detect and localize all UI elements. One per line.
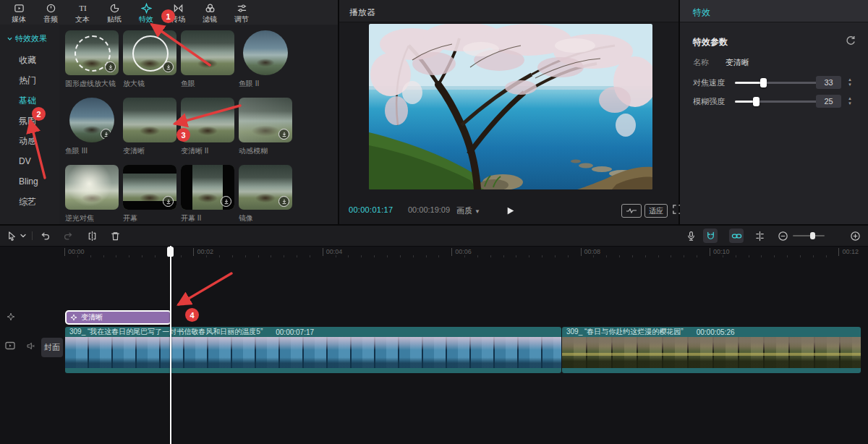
effect-label: 变清晰 II [181,146,234,156]
quality-dropdown[interactable]: 画质▼ [456,205,480,216]
ruler-minor-tick [413,255,414,257]
auto-snap-toggle[interactable] [703,229,718,243]
effect-item-7[interactable]: 变清晰 II [181,98,234,156]
reset-button[interactable] [845,35,856,46]
effect-item-1[interactable]: 圆形虚线放大镜 [65,30,119,89]
microphone-icon [686,231,697,242]
effect-item-8[interactable]: 动感模糊 [239,98,292,156]
effect-label: 鱼眼 [181,79,234,89]
timeline-zoom-slider[interactable] [793,235,825,236]
ruler-minor-tick [348,255,349,257]
delete-button[interactable] [108,229,122,243]
effect-thumbnail[interactable] [123,98,176,142]
focus-speed-stepper[interactable]: ▲▼ [845,75,855,90]
effect-item-9[interactable]: 逆光对焦 [65,165,119,223]
playhead-handle[interactable] [167,247,174,257]
download-icon [163,61,174,72]
sidebar-item-dv[interactable]: DV [0,151,59,171]
effect-thumbnail[interactable] [181,30,234,75]
play-button[interactable] [503,203,517,218]
linkage-toggle[interactable] [729,229,744,243]
preview-quality-icon[interactable] [621,204,642,218]
sidebar-item-variety[interactable]: 综艺 [0,192,59,212]
sidebar-item-basic[interactable]: 基础 [0,90,59,111]
effect-item-10[interactable]: 开幕 [123,165,176,223]
video-track-icon[interactable] [4,340,16,351]
tab-sticker[interactable]: 贴纸 [98,0,130,25]
undo-button[interactable] [38,229,52,243]
total-duration: 00:00:19:09 [408,205,450,214]
video-clip-1[interactable]: 309_ “我在这春日的尾巴写了一封书信敬春风和日丽的温度5” 00:00:07… [65,327,561,373]
effect-thumbnail[interactable] [243,30,288,75]
zoom-out-button[interactable] [775,229,790,243]
video-preview[interactable] [369,24,652,189]
chevron-down-icon [20,233,26,239]
effect-item-5[interactable]: 鱼眼 III [65,98,119,156]
sidebar-item-favorites[interactable]: 收藏 [0,50,59,70]
redo-button[interactable] [61,229,75,243]
player-controls: 00:00:01:17 00:00:19:09 画质▼ 适应 [339,202,678,218]
focus-speed-value[interactable]: 33 [816,76,841,89]
effect-thumbnail[interactable] [123,165,176,210]
tab-adjust[interactable]: 调节 [226,0,258,25]
ruler-tick-label: 00:04 [323,248,343,256]
timeline-ruler[interactable]: 00:0000:0200:0400:0600:0800:1000:12 [0,246,868,259]
effect-thumbnail[interactable] [123,30,176,75]
effect-thumbnail[interactable] [69,98,114,142]
sidebar-item-bling[interactable]: Bling [0,171,59,192]
effect-clip-selected[interactable]: 变清晰 [65,310,171,325]
tab-audio[interactable]: 音频 [35,0,67,25]
ruler-minor-tick [336,255,336,257]
record-audio-button[interactable] [684,229,698,243]
video-clip-2[interactable]: 309_ “春日与你赴约这烂漫的樱花园” 00:00:05:26 [562,327,861,373]
focus-speed-slider[interactable] [735,82,820,84]
effect-clip-label: 变清晰 [81,312,103,323]
effect-label: 镜像 [239,213,292,223]
sidebar-item-atmosphere[interactable]: 氛围 [0,111,59,131]
zoom-in-button[interactable] [848,229,862,243]
ruler-minor-tick [426,255,427,257]
ruler-minor-tick [516,255,516,257]
select-tool-button[interactable] [4,229,19,243]
sidebar-item-dynamic[interactable]: 动感 [0,131,59,151]
annotation-badge-1: 1 [161,9,175,23]
ruler-minor-tick [658,255,659,257]
param-row-focus-speed: 对焦速度 33 ▲▼ [680,75,868,90]
sidebar-header-effects[interactable]: 特效效果 [0,25,59,50]
mute-track-icon[interactable] [26,341,35,351]
effect-thumbnail[interactable] [181,165,234,210]
effect-item-12[interactable]: 镜像 [239,165,292,223]
effect-item-2[interactable]: 放大镜 [123,30,176,89]
sticker-icon [109,3,120,14]
tab-media[interactable]: 媒体 [3,0,35,25]
filter-icon [205,3,216,14]
sidebar-item-hot[interactable]: 热门 [0,70,59,90]
slider-thumb[interactable] [760,78,767,87]
ruler-minor-tick [103,255,104,257]
slider-thumb[interactable] [810,232,815,239]
ruler-minor-tick [477,255,478,257]
effect-thumbnail[interactable] [239,98,292,142]
tab-text[interactable]: TI 文本 [67,0,98,25]
slider-thumb[interactable] [753,97,760,106]
effect-thumbnail[interactable] [65,30,119,75]
effect-item-6[interactable]: 变清晰 [123,98,176,156]
effect-item-11[interactable]: 开幕 II [181,165,234,223]
effect-thumbnail[interactable] [65,165,119,210]
effect-item-3[interactable]: 鱼眼 [181,30,234,89]
timeline-toolbar [0,226,868,247]
split-button[interactable] [85,229,99,243]
effect-thumbnail[interactable] [239,165,292,210]
tab-effects[interactable]: 特效 [130,0,162,25]
cover-button[interactable]: 封面 [41,338,63,357]
blur-strength-slider[interactable] [735,101,820,103]
select-tool-dropdown[interactable] [19,229,27,243]
blur-strength-stepper[interactable]: ▲▼ [845,94,855,108]
ruler-minor-tick [593,255,594,257]
ruler-minor-tick [826,255,827,257]
tab-filter[interactable]: 滤镜 [194,0,226,25]
fit-button[interactable]: 适应 [644,204,668,218]
effect-item-4[interactable]: 鱼眼 II [239,30,292,89]
preview-axis-toggle[interactable] [752,229,767,243]
blur-strength-value[interactable]: 25 [816,95,841,108]
